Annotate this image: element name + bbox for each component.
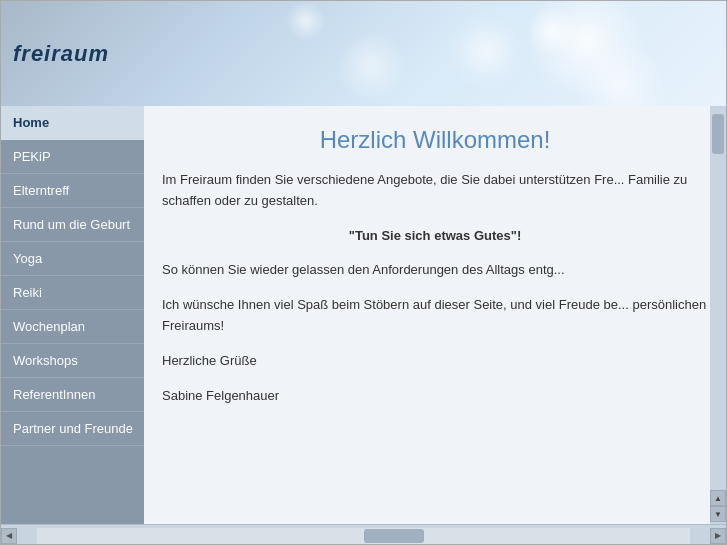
main-layout: Home PEKiP Elterntreff Rund um die Gebur… [1, 106, 726, 524]
bokeh-decoration-4 [286, 1, 326, 41]
content-title: Herzlich Willkommen! [162, 126, 708, 154]
content-signature: Sabine Felgenhauer [162, 386, 708, 407]
main-content: Herzlich Willkommen! Im Freiraum finden … [144, 106, 726, 524]
content-paragraph-1: Im Freiraum finden Sie verschiedene Ange… [162, 170, 708, 212]
nav-item-elterntreff[interactable]: Elterntreff [1, 174, 144, 208]
horizontal-scrollbar-thumb[interactable] [364, 529, 424, 543]
bokeh-decoration-3 [576, 41, 666, 106]
scrollbar-thumb[interactable] [712, 114, 724, 154]
scroll-left-arrow[interactable]: ◀ [1, 528, 17, 544]
nav-item-rund-um-die-geburt[interactable]: Rund um die Geburt [1, 208, 144, 242]
scroll-up-arrow[interactable]: ▲ [710, 490, 726, 506]
nav-item-home[interactable]: Home [1, 106, 144, 140]
nav-item-pekip[interactable]: PEKiP [1, 140, 144, 174]
vertical-scrollbar[interactable] [710, 106, 726, 524]
sidebar: Home PEKiP Elterntreff Rund um die Gebur… [1, 106, 144, 524]
nav-item-yoga[interactable]: Yoga [1, 242, 144, 276]
horizontal-scrollbar-track[interactable] [37, 528, 690, 544]
nav-item-referentinnen[interactable]: ReferentInnen [1, 378, 144, 412]
nav-item-reiki[interactable]: Reiki [1, 276, 144, 310]
nav-item-partner-und-freunde[interactable]: Partner und Freunde [1, 412, 144, 446]
bokeh-decoration-1 [526, 6, 576, 56]
horizontal-scrollbar: ◀ ▶ [1, 524, 726, 545]
site-logo: freiraum [13, 41, 109, 67]
bokeh-decoration-2 [336, 31, 406, 101]
header: freiraum [1, 1, 726, 106]
scroll-down-arrow[interactable]: ▼ [710, 506, 726, 522]
content-greeting: Herzliche Grüße [162, 351, 708, 372]
nav-item-workshops[interactable]: Workshops [1, 344, 144, 378]
content-paragraph-2: So können Sie wieder gelassen den Anford… [162, 260, 708, 281]
app-frame: freiraum Home PEKiP Elterntreff Rund um … [0, 0, 727, 545]
content-quote: "Tun Sie sich etwas Gutes"! [162, 226, 708, 247]
scroll-right-arrow[interactable]: ▶ [710, 528, 726, 544]
content-paragraph-3: Ich wünsche Ihnen viel Spaß beim Stöbern… [162, 295, 708, 337]
nav-item-wochenplan[interactable]: Wochenplan [1, 310, 144, 344]
